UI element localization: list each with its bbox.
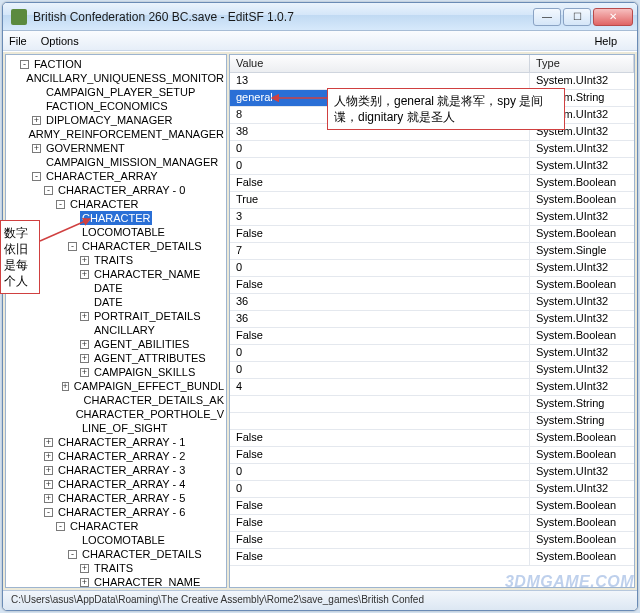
cell-value[interactable]: 4 (230, 379, 530, 395)
cell-value[interactable]: 0 (230, 260, 530, 276)
tree-item-label[interactable]: ANCILLARY_UNIQUENESS_MONITOR (24, 71, 226, 85)
tree-item-label[interactable]: PORTRAIT_DETAILS (92, 309, 203, 323)
tree-item-label[interactable]: CAMPAIGN_EFFECT_BUNDL (72, 379, 226, 393)
cell-value[interactable]: False (230, 430, 530, 446)
tree-item-label[interactable]: CHARACTER_ARRAY - 6 (56, 505, 187, 519)
table-row[interactable]: FalseSystem.Boolean (230, 328, 634, 345)
tree-item[interactable]: +AGENT_ATTRIBUTES (8, 351, 226, 365)
tree-item[interactable]: LOCOMOTABLE (8, 533, 226, 547)
expand-icon[interactable]: + (44, 480, 53, 489)
table-row[interactable]: FalseSystem.Boolean (230, 175, 634, 192)
tree-item[interactable]: +CHARACTER_ARRAY - 4 (8, 477, 226, 491)
table-row[interactable]: 4System.UInt32 (230, 379, 634, 396)
tree-item-label[interactable]: ANCILLARY (92, 323, 157, 337)
collapse-icon[interactable]: - (32, 172, 41, 181)
tree-item-label[interactable]: CHARACTER_ARRAY - 4 (56, 477, 187, 491)
tree-item[interactable]: +CHARACTER_NAME (8, 575, 226, 587)
tree-item-label[interactable]: CHARACTER (68, 519, 140, 533)
expand-icon[interactable]: + (80, 312, 89, 321)
tree-item-label[interactable]: CHARACTER_ARRAY (44, 169, 160, 183)
table-row[interactable]: System.String (230, 396, 634, 413)
tree-item[interactable]: +AGENT_ABILITIES (8, 337, 226, 351)
cell-value[interactable]: 0 (230, 158, 530, 174)
tree-item[interactable]: CHARACTER_DETAILS_AK (8, 393, 226, 407)
minimize-button[interactable]: — (533, 8, 561, 26)
cell-value[interactable]: False (230, 277, 530, 293)
expand-icon[interactable]: + (80, 578, 89, 587)
cell-value[interactable]: False (230, 175, 530, 191)
cell-value[interactable] (230, 413, 530, 429)
tree-item[interactable]: -CHARACTER (8, 519, 226, 533)
collapse-icon[interactable]: - (56, 200, 65, 209)
tree-item[interactable]: +CAMPAIGN_EFFECT_BUNDL (8, 379, 226, 393)
tree-item-label[interactable]: CHARACTER_ARRAY - 3 (56, 463, 187, 477)
table-row[interactable]: FalseSystem.Boolean (230, 498, 634, 515)
expand-icon[interactable]: + (80, 270, 89, 279)
expand-icon[interactable]: + (80, 256, 89, 265)
tree-item-label[interactable]: FACTION (32, 57, 84, 71)
expand-icon[interactable]: + (32, 116, 41, 125)
table-row[interactable]: FalseSystem.Boolean (230, 532, 634, 549)
tree-item-label[interactable]: TRAITS (92, 561, 135, 575)
table-row[interactable]: 0System.UInt32 (230, 464, 634, 481)
tree-item[interactable]: -CHARACTER_DETAILS (8, 547, 226, 561)
tree-item-label[interactable]: CHARACTER_DETAILS_AK (82, 393, 226, 407)
cell-value[interactable]: False (230, 328, 530, 344)
tree-item[interactable]: CAMPAIGN_PLAYER_SETUP (8, 85, 226, 99)
cell-value[interactable] (230, 396, 530, 412)
expand-icon[interactable]: + (44, 452, 53, 461)
cell-value[interactable]: False (230, 498, 530, 514)
tree-item[interactable]: ANCILLARY (8, 323, 226, 337)
tree-item-label[interactable]: DIPLOMACY_MANAGER (44, 113, 175, 127)
tree-item[interactable]: +TRAITS (8, 253, 226, 267)
cell-value[interactable]: False (230, 515, 530, 531)
menu-file[interactable]: File (9, 35, 27, 47)
cell-value[interactable]: 13 (230, 73, 530, 89)
table-row[interactable]: 36System.UInt32 (230, 311, 634, 328)
col-header-type[interactable]: Type (530, 55, 634, 72)
cell-value[interactable]: False (230, 447, 530, 463)
table-row[interactable]: 0System.UInt32 (230, 141, 634, 158)
expand-icon[interactable]: + (32, 144, 41, 153)
table-row[interactable]: 0System.UInt32 (230, 158, 634, 175)
expand-icon[interactable]: + (80, 368, 89, 377)
tree-item[interactable]: -CHARACTER_ARRAY (8, 169, 226, 183)
tree-item[interactable]: +CHARACTER_NAME (8, 267, 226, 281)
tree-item-label[interactable]: CHARACTER_ARRAY - 5 (56, 491, 187, 505)
cell-value[interactable]: 0 (230, 464, 530, 480)
table-row[interactable]: FalseSystem.Boolean (230, 549, 634, 566)
tree-item[interactable]: CHARACTER_PORTHOLE_V (8, 407, 226, 421)
table-row[interactable]: 0System.UInt32 (230, 362, 634, 379)
tree-item-label[interactable]: CHARACTER_PORTHOLE_V (74, 407, 226, 421)
cell-value[interactable]: 36 (230, 311, 530, 327)
cell-value[interactable]: 7 (230, 243, 530, 259)
tree-item-label[interactable]: DATE (92, 281, 125, 295)
table-row[interactable]: FalseSystem.Boolean (230, 430, 634, 447)
tree-item-label[interactable]: CAMPAIGN_SKILLS (92, 365, 197, 379)
table-row[interactable]: 7System.Single (230, 243, 634, 260)
tree-item-label[interactable]: CHARACTER_DETAILS (80, 239, 204, 253)
tree-item[interactable]: +TRAITS (8, 561, 226, 575)
tree-item-label[interactable]: TRAITS (92, 253, 135, 267)
tree-item[interactable]: +CHARACTER_ARRAY - 3 (8, 463, 226, 477)
tree-item[interactable]: -CHARACTER_ARRAY - 6 (8, 505, 226, 519)
table-row[interactable]: FalseSystem.Boolean (230, 515, 634, 532)
tree-item-label[interactable]: CHARACTER_ARRAY - 1 (56, 435, 187, 449)
table-row[interactable]: System.String (230, 413, 634, 430)
tree-item-label[interactable]: CHARACTER_NAME (92, 267, 202, 281)
tree-view[interactable]: -FACTIONANCILLARY_UNIQUENESS_MONITORCAMP… (6, 55, 226, 587)
collapse-icon[interactable]: - (56, 522, 65, 531)
tree-item-label[interactable]: CAMPAIGN_PLAYER_SETUP (44, 85, 197, 99)
collapse-icon[interactable]: - (68, 550, 77, 559)
table-row[interactable]: 36System.UInt32 (230, 294, 634, 311)
tree-item[interactable]: ANCILLARY_UNIQUENESS_MONITOR (8, 71, 226, 85)
tree-item-label[interactable]: CHARACTER_DETAILS (80, 547, 204, 561)
menu-help[interactable]: Help (594, 35, 617, 47)
table-row[interactable]: FalseSystem.Boolean (230, 447, 634, 464)
tree-item[interactable]: +CHARACTER_ARRAY - 5 (8, 491, 226, 505)
tree-item[interactable]: +CHARACTER_ARRAY - 1 (8, 435, 226, 449)
expand-icon[interactable]: + (80, 354, 89, 363)
expand-icon[interactable]: + (44, 466, 53, 475)
tree-item[interactable]: ARMY_REINFORCEMENT_MANAGER (8, 127, 226, 141)
tree-item[interactable]: -CHARACTER (8, 197, 226, 211)
